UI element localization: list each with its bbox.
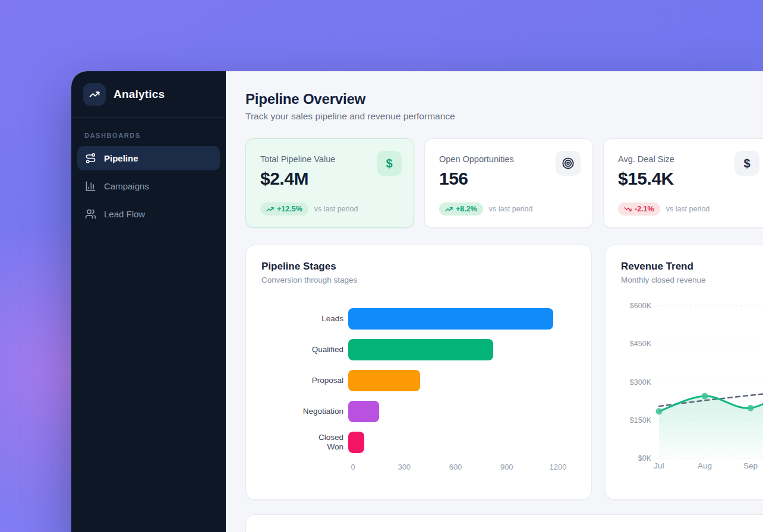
bar-row: Negotiation <box>261 401 576 422</box>
trending-up-icon <box>445 205 453 213</box>
x-tick-label: 300 <box>398 463 411 471</box>
pipeline-stages-plot: LeadsQualifiedProposalNegotiationClosed … <box>261 308 576 453</box>
revenue-point[interactable] <box>748 405 754 411</box>
revenue-point[interactable] <box>656 408 663 414</box>
kpi-footer: -2.1% vs last period <box>618 202 710 216</box>
sidebar: Analytics DASHBOARDS Pipeline Campaigns <box>71 71 226 532</box>
route-icon <box>85 153 96 164</box>
dollar-icon: $ <box>734 151 759 176</box>
bar-category-label: Proposal <box>261 376 348 385</box>
kpi-card-avg-deal-size: Avg. Deal Size $15.4K $ -2.1% vs last pe… <box>603 138 763 228</box>
page-title: Pipeline Overview <box>245 91 763 107</box>
y-tick-label: $150K <box>630 416 652 425</box>
pipeline-stages-x-axis: 03006009001200 <box>353 463 558 473</box>
kpi-card-open-opportunities: Open Opportunities 156 +8.2% vs last per… <box>424 138 593 228</box>
target-icon <box>556 151 581 176</box>
x-tick-label: 0 <box>351 463 355 471</box>
users-icon <box>85 208 96 220</box>
bar-closed-won[interactable] <box>348 432 364 453</box>
revenue-trend-svg: $0K$150K$300K$450K$600KJulAugSep <box>621 293 763 471</box>
bar-track <box>348 339 553 360</box>
brand-logo <box>83 83 106 106</box>
brand-name: Analytics <box>113 88 165 101</box>
revenue-trend-card: Revenue Trend Monthly closed revenue $0K… <box>605 245 763 500</box>
y-tick-label: $600K <box>630 302 652 310</box>
bottom-panel <box>245 514 763 532</box>
bar-track <box>348 401 553 422</box>
x-tick-label: 900 <box>500 463 513 471</box>
chart-column-icon <box>85 180 96 192</box>
x-tick-label: 600 <box>449 463 462 471</box>
compare-label: vs last period <box>666 205 710 213</box>
revenue-point[interactable] <box>702 393 708 400</box>
bar-category-label: Closed Won <box>261 433 348 451</box>
chart-subtitle: Conversion through stages <box>261 276 576 284</box>
sidebar-item-label: Pipeline <box>104 153 138 163</box>
x-tick-label: Sep <box>743 461 758 470</box>
x-tick-label: Jul <box>654 461 664 470</box>
main-content: Pipeline Overview Track your sales pipel… <box>226 71 763 532</box>
bar-track <box>348 370 553 391</box>
kpi-row: Total Pipeline Value $2.4M $ +12.5% vs l… <box>245 138 763 228</box>
sidebar-item-campaigns[interactable]: Campaigns <box>77 174 220 198</box>
bar-proposal[interactable] <box>348 370 420 391</box>
bar-row: Closed Won <box>261 432 576 453</box>
bar-category-label: Qualified <box>261 345 348 354</box>
dollar-icon: $ <box>377 151 402 176</box>
x-tick-label: Aug <box>698 461 712 470</box>
app-window: Analytics DASHBOARDS Pipeline Campaigns <box>71 71 763 532</box>
sidebar-item-label: Lead Flow <box>104 209 145 219</box>
bar-row: Proposal <box>261 370 576 391</box>
kpi-footer: +8.2% vs last period <box>439 202 532 216</box>
kpi-card-total-pipeline-value: Total Pipeline Value $2.4M $ +12.5% vs l… <box>245 138 414 228</box>
bar-category-label: Leads <box>261 314 348 324</box>
bar-category-label: Negotiation <box>261 407 348 416</box>
sidebar-section-label: DASHBOARDS <box>84 132 213 139</box>
x-tick-label: 1200 <box>550 463 567 471</box>
bar-qualified[interactable] <box>348 339 493 360</box>
compare-label: vs last period <box>314 205 358 213</box>
change-value: +12.5% <box>277 205 302 213</box>
trending-up-icon <box>89 89 100 100</box>
change-value: +8.2% <box>456 205 477 213</box>
change-value: -2.1% <box>635 205 654 213</box>
sidebar-item-pipeline[interactable]: Pipeline <box>77 146 220 170</box>
bar-row: Leads <box>261 308 576 330</box>
revenue-trend-plot: $0K$150K$300K$450K$600KJulAugSep <box>621 293 763 473</box>
pipeline-stages-card: Pipeline Stages Conversion through stage… <box>245 245 592 500</box>
trending-up-icon <box>266 205 274 213</box>
bar-negotiation[interactable] <box>348 401 379 422</box>
y-tick-label: $0K <box>638 454 652 463</box>
kpi-footer: +12.5% vs last period <box>260 202 358 216</box>
change-badge: -2.1% <box>618 202 660 216</box>
chart-subtitle: Monthly closed revenue <box>621 276 763 284</box>
bar-track <box>348 308 553 330</box>
bar-track <box>348 432 553 453</box>
page-subtitle: Track your sales pipeline and revenue pe… <box>245 111 763 122</box>
bar-leads[interactable] <box>348 308 553 330</box>
charts-row: Pipeline Stages Conversion through stage… <box>245 245 763 500</box>
y-tick-label: $450K <box>630 340 652 348</box>
change-badge: +12.5% <box>260 202 308 216</box>
sidebar-nav: Pipeline Campaigns Lead Flow <box>71 146 226 226</box>
chart-title: Revenue Trend <box>621 261 763 273</box>
chart-title: Pipeline Stages <box>261 261 576 273</box>
y-tick-label: $300K <box>630 378 652 387</box>
brand: Analytics <box>71 71 226 118</box>
trending-down-icon <box>624 205 632 213</box>
change-badge: +8.2% <box>439 202 483 216</box>
bar-row: Qualified <box>261 339 576 360</box>
sidebar-item-label: Campaigns <box>104 181 149 191</box>
sidebar-item-lead-flow[interactable]: Lead Flow <box>77 202 220 226</box>
compare-label: vs last period <box>489 205 533 213</box>
